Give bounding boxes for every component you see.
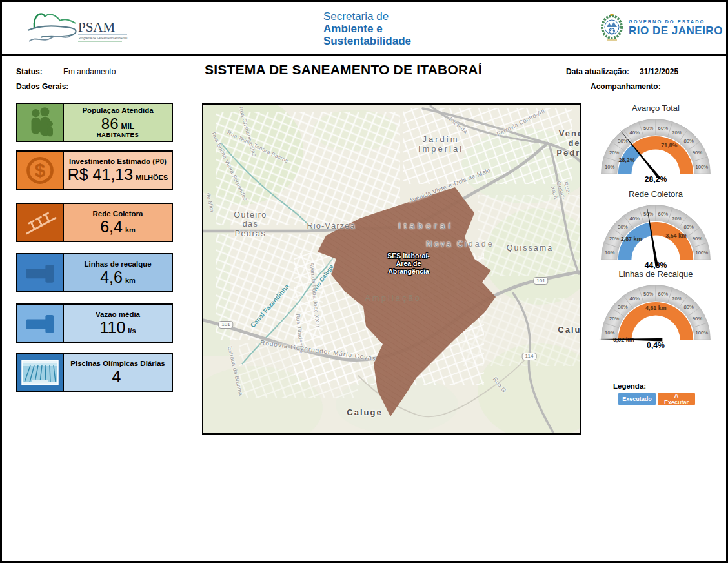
kpi-body: Piscinas Olímpicas Diárias 4 [64, 354, 172, 391]
gauge-tick-label: 10% [605, 250, 615, 256]
dashboard: PSAM Programa de Saneamento Ambiental Se… [0, 0, 728, 563]
secretaria-title: Secretaria de Ambiente e Sustentabilidad… [323, 10, 411, 47]
secretaria-line2: Ambiente e [323, 23, 411, 35]
kpi-card-vazao-media: Vazão média 110l/s [16, 303, 173, 343]
gauge-tick-label: 10% [605, 164, 615, 170]
kpi-unit: l/s [128, 327, 136, 334]
rio-line: RIO DE JANEIRO [629, 25, 723, 37]
kpi-value: 6,4 [100, 218, 123, 235]
kpi-body: Linhas de recalque 4,6km [64, 254, 172, 291]
gauge-executed-value: 2,87 km [621, 236, 642, 242]
gauge-title: Avanço Total [596, 103, 716, 113]
gauge-tick-label: 40% [629, 216, 640, 221]
kpi-unit: km [125, 276, 136, 284]
kpi-card-linhas-recalque: Linhas de recalque 4,6km [16, 253, 173, 292]
kpi-title: Linhas de recalque [84, 260, 151, 269]
svg-text:$: $ [35, 159, 46, 181]
gauge-rede-coletora: Rede Coletora 10%20%30%40%50%60%70%80%90… [596, 189, 716, 274]
kpi-body: Rede Coletora 6,4km [64, 204, 172, 241]
gauge-tick-label: 50% [643, 125, 654, 131]
gauge-tick-label: 30% [618, 304, 628, 310]
gauge-tick-label: 40% [629, 130, 640, 136]
legend-label: Legenda: [613, 382, 646, 390]
gauge-remaining-value: 4,61 km [645, 305, 667, 311]
gauge-title: Rede Coletora [596, 189, 716, 199]
kpi-body: Vazão média 110l/s [64, 305, 172, 342]
gauge-executed-value: 28,2% [618, 157, 634, 163]
gauge-tick-label: 60% [658, 211, 669, 217]
gauge-title: Linhas de Recalque [596, 269, 716, 279]
kpi-card-piscinas: Piscinas Olímpicas Diárias 4 [16, 353, 173, 392]
rio-crest-icon [599, 13, 625, 43]
gauge-tick-label: 20% [609, 150, 620, 156]
route-shield-101: 101 [533, 277, 548, 285]
kpi-value: 86 [101, 116, 119, 132]
kpi-title: Vazão média [96, 311, 140, 319]
rio-logo-text: GOVERNO DO ESTADO RIO DE JANEIRO [629, 19, 723, 37]
secretaria-line1: Secretaria de [323, 10, 411, 23]
header-bar: PSAM Programa de Saneamento Ambiental Se… [2, 2, 726, 56]
pipe-icon [17, 254, 64, 291]
kpi-title: Investimento Estimado (P0) [69, 158, 167, 166]
psam-logo-art: PSAM Programa de Saneamento Ambiental [19, 6, 135, 47]
legend-item-executado[interactable]: Executado [618, 393, 656, 405]
legend-item-a-executar[interactable]: À Executar [658, 393, 695, 405]
status-value: Em andamento [63, 67, 116, 76]
gauge-tick-label: 20% [609, 236, 620, 241]
gauge-tick-label: 10% [605, 330, 615, 336]
dados-gerais-label: Dados Gerais: [16, 82, 68, 91]
gauge-avanco-total: Avanço Total 10%20%30%40%50%60%70%80%90%… [596, 103, 716, 189]
status-label: Status: [16, 67, 43, 76]
gauge-tick-label: 50% [643, 291, 654, 297]
coverage-map[interactable]: Jardim Imperial Venda de Pedras Outeiro … [202, 103, 581, 435]
data-atualizacao-label: Data atualização: [566, 67, 629, 76]
kpi-subtitle: HABITANTES [97, 131, 139, 138]
rio-de-janeiro-logo: GOVERNO DO ESTADO RIO DE JANEIRO [599, 13, 723, 43]
psam-tagline: Programa de Saneamento Ambiental [79, 37, 127, 40]
kpi-body: Investimento Estimado (P0) R$ 41,13MILHÕ… [64, 152, 172, 189]
gauge-remaining-value: 71,8% [661, 142, 677, 148]
family-icon [17, 104, 64, 141]
kpi-unit: MILHÕES [136, 174, 168, 181]
psam-logo: PSAM Programa de Saneamento Ambiental [19, 6, 135, 50]
acompanhamento-label: Acompanhamento: [591, 82, 661, 91]
gauge-chart: 10%20%30%40%50%60%70%80%90%100%2,87 km3,… [596, 200, 715, 272]
gauge-tick-label: 90% [693, 150, 703, 156]
gauge-tick-label: 100% [696, 330, 709, 336]
gauge-tick-label: 80% [683, 304, 694, 310]
gauge-tick-label: 70% [672, 216, 682, 221]
kpi-card-populacao-atendida: População Atendida 86MIL HABITANTES [16, 103, 173, 142]
gauge-tick-label: 70% [672, 130, 682, 136]
data-atualizacao-value: 31/12/2025 [640, 67, 678, 76]
route-shield-114: 114 [522, 353, 537, 360]
gauge-tick-label: 80% [683, 138, 694, 144]
gauge-tick-label: 90% [693, 316, 703, 322]
pipe-icon [17, 305, 64, 342]
psam-wordmark: PSAM [78, 19, 116, 35]
dollar-coin-icon: $ [17, 152, 64, 189]
gauge-chart: 10%20%30%40%50%60%70%80%90%100%0,02 km4,… [596, 280, 715, 352]
gauge-tick-label: 60% [658, 291, 669, 297]
kpi-value: 4 [112, 368, 121, 385]
gauge-tick-label: 100% [696, 164, 709, 170]
gauge-tick-label: 80% [683, 224, 694, 230]
route-shield-101: 101 [218, 321, 233, 329]
sewer-network-icon [17, 204, 64, 241]
gauge-needle-label: 0,4% [647, 341, 665, 350]
kpi-body: População Atendida 86MIL HABITANTES [64, 104, 172, 141]
gauge-tick-label: 40% [629, 296, 640, 302]
gauge-tick-label: 100% [696, 250, 709, 256]
kpi-value: R$ 41,13 [68, 166, 133, 183]
page-title: SISTEMA DE SANEAMENTO DE ITABORAÍ [205, 62, 482, 77]
kpi-card-investimento: $ Investimento Estimado (P0) R$ 41,13MIL… [16, 150, 173, 190]
kpi-unit: MIL [121, 122, 135, 131]
gauge-tick-label: 60% [658, 125, 669, 131]
secretaria-line3: Sustentabilidade [323, 35, 411, 47]
pool-icon [17, 354, 64, 391]
gauge-tick-label: 20% [609, 316, 620, 322]
kpi-value: 110 [99, 319, 125, 336]
kpi-title: Rede Coletora [93, 210, 143, 218]
kpi-card-rede-coletora: Rede Coletora 6,4km [16, 203, 173, 242]
gauge-tick-label: 30% [618, 224, 628, 230]
gauge-tick-label: 70% [672, 296, 682, 302]
